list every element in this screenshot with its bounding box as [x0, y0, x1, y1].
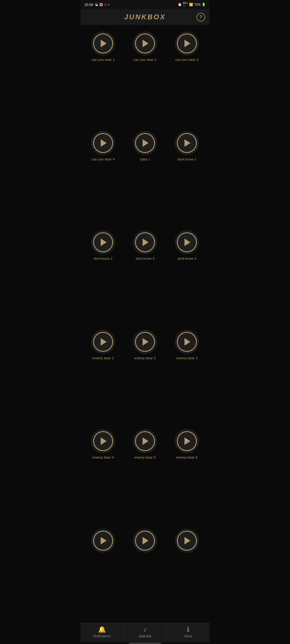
sound-item[interactable]: dont know 2 [82, 226, 124, 326]
network-type: 4G+↑↓ [183, 2, 188, 8]
play-button-outer[interactable] [91, 230, 115, 254]
nav-item-about[interactable]: ℹ About [167, 626, 209, 638]
play-triangle-icon [184, 338, 190, 346]
sound-label: enemy bear 4 [92, 455, 114, 459]
weather-icon: 🌤 [95, 3, 98, 7]
play-button-outer[interactable] [91, 131, 115, 155]
signal-icon: 📶 [189, 3, 193, 6]
play-button-inner [177, 431, 197, 451]
play-button-outer[interactable] [91, 31, 115, 56]
play-button-outer[interactable] [175, 330, 199, 354]
status-right: ⏰ 4G+↑↓ 📶 71% 🔋 [178, 2, 206, 8]
play-button-inner [177, 332, 197, 352]
play-button-outer[interactable] [175, 529, 199, 553]
play-triangle-icon [184, 139, 190, 147]
play-triangle-icon [184, 239, 190, 246]
play-button-outer[interactable] [133, 230, 157, 254]
play-button-inner [93, 133, 113, 153]
play-button-inner [135, 431, 155, 451]
play-button-inner [93, 531, 113, 551]
play-button-inner [177, 531, 197, 551]
sound-item[interactable]: enemy bear 2 [124, 326, 166, 426]
sound-label: dont know 2 [94, 257, 113, 261]
play-button-inner [135, 531, 155, 551]
sound-item[interactable]: enemy bear 6 [166, 425, 208, 525]
sound-item[interactable]: dont know 3 [124, 226, 166, 326]
sound-label: cyka 1 [140, 157, 150, 161]
sound-label: dont know 3 [136, 257, 154, 261]
play-button-outer[interactable] [175, 230, 199, 254]
play-button-outer[interactable] [91, 330, 115, 354]
play-button-outer[interactable] [133, 330, 157, 354]
play-button-inner [93, 232, 113, 252]
alarm-icon: ⏰ [178, 3, 182, 6]
sound-item[interactable]: dont know 1 [166, 127, 208, 227]
play-button-inner [93, 332, 113, 352]
sound-item[interactable] [82, 525, 124, 620]
bottom-nav: 🔔 Notifications ♪ Junk box ℹ About [81, 623, 209, 642]
play-button-inner [93, 431, 113, 451]
play-triangle-icon [143, 239, 148, 246]
play-button-inner [177, 133, 197, 153]
play-triangle-icon [143, 338, 148, 346]
sound-grid: can you hear 1 can you hear 2 can you he… [81, 25, 209, 623]
app-title: JUNKBOX [124, 13, 166, 21]
play-triangle-icon [101, 437, 107, 445]
status-bar: 15:59 🌤 🖼 N ● ⏰ 4G+↑↓ 📶 71% 🔋 [81, 0, 209, 9]
play-button-outer[interactable] [91, 529, 115, 553]
bottom-indicator [81, 642, 209, 644]
play-button-outer[interactable] [133, 429, 157, 453]
play-button-inner [177, 34, 197, 53]
play-button-outer[interactable] [133, 31, 157, 56]
sound-item[interactable]: can you hear 4 [82, 127, 124, 227]
sound-item[interactable] [124, 525, 166, 620]
play-triangle-icon [101, 239, 107, 246]
play-button-outer[interactable] [175, 31, 199, 56]
play-triangle-icon [184, 40, 190, 47]
play-button-inner [177, 232, 197, 252]
play-triangle-icon [101, 338, 107, 346]
play-triangle-icon [184, 537, 190, 544]
sound-label: can you hear 3 [175, 58, 198, 62]
sound-item[interactable] [166, 525, 208, 620]
nav-item-junkbox[interactable]: ♪ Junk box [124, 626, 166, 638]
play-triangle-icon [101, 139, 107, 147]
image-icon: 🖼 [99, 3, 103, 7]
play-triangle-icon [143, 139, 148, 147]
play-button-outer[interactable] [175, 131, 199, 155]
play-button-outer[interactable] [133, 131, 157, 155]
play-button-inner [93, 34, 113, 53]
sound-item[interactable]: enemy bear 4 [82, 425, 124, 525]
sound-item[interactable]: enemy bear 5 [124, 425, 166, 525]
sound-label: enemy bear 3 [176, 356, 198, 360]
sound-label: dont know 1 [177, 157, 196, 161]
sound-item[interactable]: enemy bear 1 [82, 326, 124, 426]
sound-item[interactable]: can you hear 1 [82, 28, 124, 127]
sound-item[interactable]: enemy bear 3 [166, 326, 208, 426]
play-button-outer[interactable] [91, 429, 115, 453]
sound-label: enemy bear 5 [134, 455, 156, 459]
junkbox-label: Junk box [139, 634, 151, 638]
sound-label: can you hear 2 [133, 58, 157, 62]
sound-item[interactable]: dont know 4 [166, 226, 208, 326]
nav-item-notifications[interactable]: 🔔 Notifications [81, 626, 123, 638]
help-button[interactable]: ? [197, 13, 205, 21]
netflix-icon: N [104, 2, 107, 7]
sound-item[interactable]: can you hear 2 [124, 28, 166, 127]
notifications-icon: 🔔 [98, 626, 106, 633]
play-triangle-icon [143, 40, 148, 47]
sound-item[interactable]: cyka 1 [124, 127, 166, 227]
notifications-label: Notifications [93, 634, 111, 638]
play-button-outer[interactable] [133, 529, 157, 553]
play-button-inner [135, 34, 155, 53]
battery-icon: 🔋 [202, 3, 206, 6]
play-button-outer[interactable] [175, 429, 199, 453]
indicator-bar [129, 643, 161, 644]
top-bar: JUNKBOX ? [81, 9, 209, 25]
play-triangle-icon [184, 437, 190, 445]
play-triangle-icon [143, 537, 148, 544]
sound-item[interactable]: can you hear 3 [166, 28, 208, 127]
about-label: About [184, 634, 192, 638]
play-button-inner [135, 232, 155, 252]
sound-label: can you hear 1 [92, 58, 115, 62]
